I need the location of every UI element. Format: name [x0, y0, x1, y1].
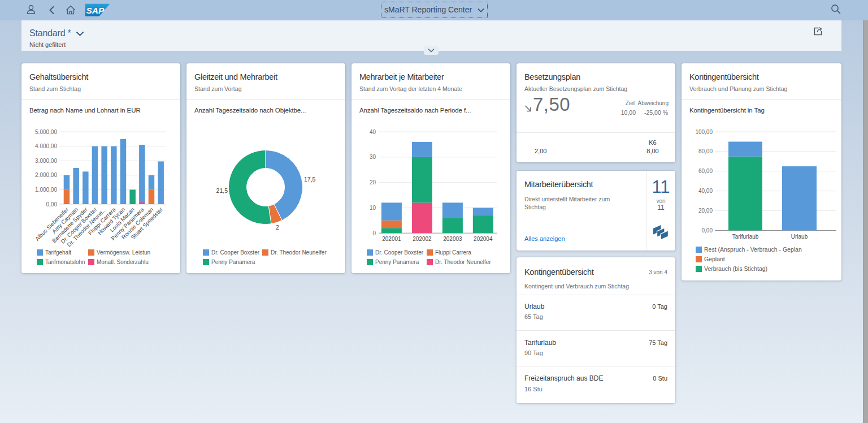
- svg-text:40,00: 40,00: [698, 188, 713, 194]
- svg-text:4.000,00: 4.000,00: [35, 143, 57, 149]
- svg-text:Urlaub: Urlaub: [791, 234, 808, 240]
- svg-text:202004: 202004: [474, 236, 493, 242]
- svg-text:3.000,00: 3.000,00: [35, 158, 57, 164]
- svg-text:202002: 202002: [413, 236, 432, 242]
- svg-text:5.000,00: 5.000,00: [35, 129, 57, 135]
- svg-text:2.000,00: 2.000,00: [35, 172, 57, 178]
- svg-text:30: 30: [370, 154, 376, 160]
- svg-text:17,5: 17,5: [304, 176, 316, 183]
- svg-text:0,00: 0,00: [702, 227, 713, 234]
- svg-text:SAP: SAP: [86, 6, 105, 15]
- svg-text:20: 20: [370, 179, 376, 185]
- svg-text:80,00: 80,00: [698, 148, 713, 154]
- svg-text:10: 10: [370, 205, 376, 211]
- svg-text:1.000,00: 1.000,00: [35, 187, 57, 193]
- svg-text:0,00: 0,00: [46, 201, 58, 208]
- svg-text:2: 2: [276, 224, 279, 231]
- svg-text:202001: 202001: [382, 236, 401, 242]
- svg-text:21,5: 21,5: [216, 187, 228, 194]
- svg-text:40: 40: [370, 129, 376, 135]
- svg-text:60,00: 60,00: [698, 168, 713, 174]
- svg-text:202003: 202003: [443, 236, 462, 242]
- svg-text:Tarifurlaub: Tarifurlaub: [732, 234, 759, 240]
- svg-text:0: 0: [372, 230, 376, 236]
- svg-text:100,00: 100,00: [695, 129, 713, 135]
- svg-text:20,00: 20,00: [698, 208, 713, 214]
